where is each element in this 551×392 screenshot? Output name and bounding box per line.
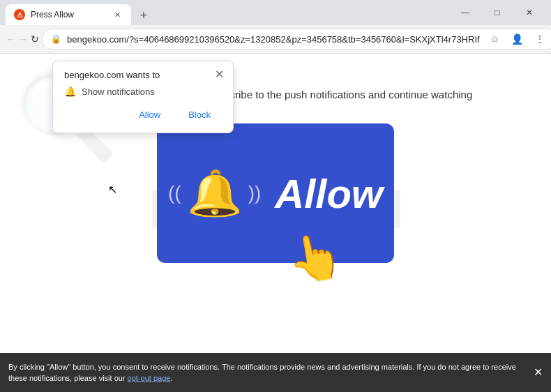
tab-close-button[interactable]: ✕ — [112, 9, 123, 20]
address-right-icons: ☆ 👤 ⋮ — [485, 29, 550, 49]
notification-popup: ✕ bengekoo.com wants to 🔔 Show notificat… — [52, 61, 234, 133]
maximize-button[interactable]: □ — [481, 0, 513, 25]
tab-title: Press Allow — [31, 10, 106, 20]
popup-title: bengekoo.com wants to — [64, 70, 222, 80]
popup-buttons: Allow Block — [64, 105, 222, 124]
mouse-cursor: ↖ — [108, 183, 117, 196]
close-button[interactable]: ✕ — [513, 0, 545, 25]
bottom-bar-text: By clicking "Allow" button, you consent … — [8, 361, 526, 384]
title-bar: ⚠ Press Allow ✕ + — □ ✕ — [0, 0, 551, 25]
address-bar[interactable]: 🔒 bengekoo.com/?s=406468699210396520&z=1… — [42, 29, 551, 50]
bell-icon: 🔔 — [187, 167, 243, 220]
bookmark-icon[interactable]: ☆ — [485, 29, 505, 49]
minimize-button[interactable]: — — [449, 0, 481, 25]
account-icon[interactable]: 👤 — [508, 29, 527, 49]
popup-allow-button[interactable]: Allow — [128, 105, 172, 124]
menu-icon[interactable]: ⋮ — [530, 29, 550, 49]
refresh-button[interactable]: ↻ — [31, 28, 39, 50]
popup-close-button[interactable]: ✕ — [212, 67, 226, 81]
new-tab-button[interactable]: + — [134, 6, 153, 25]
address-bar-row: ← → ↻ 🔒 bengekoo.com/?s=4064686992103965… — [0, 25, 551, 53]
bottom-notification-bar: By clicking "Allow" button, you consent … — [0, 353, 551, 392]
popup-block-button[interactable]: Block — [177, 105, 222, 124]
main-content: 🔍 RISKDOM Click the «Allow» button to su… — [0, 54, 551, 365]
forward-button[interactable]: → — [18, 28, 28, 50]
url-text: bengekoo.com/?s=406468699210396520&z=132… — [67, 34, 480, 45]
vibration-right-icon: )) — [248, 182, 262, 204]
hand-pointer-icon: 👆 — [283, 227, 347, 289]
lock-icon: 🔒 — [51, 34, 61, 44]
vibration-left-icon: (( — [168, 182, 181, 204]
popup-item: 🔔 Show notifications — [64, 86, 222, 97]
allow-visual-button: (( 🔔 )) Allow 👆 — [157, 123, 394, 263]
popup-item-text: Show notifications — [82, 86, 155, 97]
window-controls: — □ ✕ — [449, 0, 545, 25]
bell-container: (( 🔔 )) — [168, 167, 261, 220]
opt-out-link[interactable]: opt-out page — [128, 374, 171, 382]
bottom-bar-close-button[interactable]: ✕ — [534, 364, 543, 381]
popup-bell-icon: 🔔 — [64, 86, 76, 97]
back-button[interactable]: ← — [6, 28, 15, 50]
browser-tab[interactable]: ⚠ Press Allow ✕ — [6, 4, 131, 25]
tab-favicon: ⚠ — [14, 9, 25, 20]
allow-big-text: Allow — [275, 170, 383, 217]
